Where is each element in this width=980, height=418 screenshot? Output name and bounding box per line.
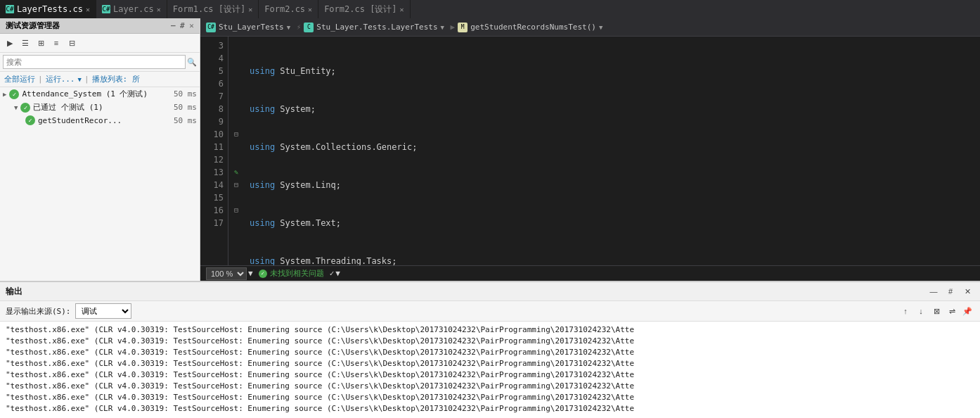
code-line-5: using System.Collections.Generic; [250,141,974,153]
tab-form2-design[interactable]: Form2.cs [设计] ✕ [318,0,411,18]
toolbar-settings-btn[interactable]: ⊟ [65,36,79,50]
passed-chevron: ▼ [14,104,18,111]
test-tree: ▶ Attendance_System (1 个测试) 50 ms ▼ 已通过 … [0,87,200,281]
root-time: 50 ms [174,89,197,99]
gutter-17 [230,217,243,229]
status-ok-label: 未找到相关问题 [270,268,324,279]
breadcrumb-right: M getStudentRecordsNumsTest() ▼ [458,23,606,32]
output-btn-3[interactable]: ✕ [960,284,974,298]
output-line-4: "testhost.x86.exe" (CLR v4.0.30319: Test… [6,369,974,381]
output-btn-1[interactable]: — [927,284,941,298]
root-chevron: ▶ [3,91,6,98]
output-line-2: "testhost.x86.exe" (CLR v4.0.30319: Test… [6,347,974,358]
check-icon: ✓ [330,269,335,278]
output-line-1: "testhost.x86.exe" (CLR v4.0.30319: Test… [6,336,974,347]
output-source-label: 显示输出来源(S): [6,306,71,317]
tree-passed-item[interactable]: ▼ 已通过 个测试 (1) 50 ms [0,101,200,114]
code-editor[interactable]: 3 4 5 6 7 8 9 10 11 12 13 14 15 16 17 [200,37,980,265]
code-line-7: using System.Text; [250,217,974,229]
output-up-btn[interactable]: ↑ [898,304,913,318]
ln-8: 8 [205,103,224,115]
tab-form1-design[interactable]: Form1.cs [设计] ✕ [167,0,259,18]
tab-layer[interactable]: C# Layer.cs ✕ [96,0,167,18]
search-input[interactable] [3,55,186,69]
gutter-4 [230,52,243,65]
ln-17: 17 [205,217,224,229]
output-panel: 输出 — # ✕ 显示输出来源(S): 调试 ↑ ↓ ⊠ ⇌ 📌 "testho… [0,281,980,418]
ln-14: 14 [205,179,224,191]
tab-close-layertests[interactable]: ✕ [86,6,90,13]
sidebar-title: 测试资源管理器 [6,20,60,31]
gutter-6 [230,77,243,90]
ln-12: 12 [205,153,224,166]
output-source-select[interactable]: 调试 [75,303,131,319]
code-content[interactable]: using Stu_Entity; using System; using Sy… [244,37,980,265]
breadcrumb-middle-dropdown[interactable]: ▼ [441,24,448,31]
line-numbers: 3 4 5 6 7 8 9 10 11 12 13 14 15 16 17 [200,37,228,265]
status-ok: ✓ 未找到相关问题 [259,268,324,279]
output-header: 输出 — # ✕ [0,282,980,301]
tab-form2[interactable]: Form2.cs ✕ [259,0,318,18]
output-source-row: 显示输出来源(S): 调试 ↑ ↓ ⊠ ⇌ 📌 [0,301,980,322]
ln-9: 9 [205,115,224,128]
gutter-16[interactable]: ⊟ [230,204,243,217]
tab-cs-icon: C# [6,5,14,13]
test-status-icon [25,115,35,125]
ln-3: 3 [205,39,224,52]
breadcrumb-arrow-1: ⚡ [297,23,302,32]
run-bar: 全部运行 | 运行... ▼ | 播放列表: 所 [0,72,200,87]
test-explorer-sidebar: 测试资源管理器 — # ✕ ▶ ☰ ⊞ ≡ ⊟ 🔍 全部运行 | 运行... ▼… [0,18,200,281]
run-link[interactable]: 运行... [46,74,75,84]
run-all-link[interactable]: 全部运行 [4,74,35,84]
run-arrow: ▼ [78,76,82,83]
root-status-icon [9,89,19,99]
ln-13: 13 [205,166,224,179]
gutter-13: ✎ [230,166,243,179]
toolbar-list-btn[interactable]: ☰ [18,36,32,50]
output-pin-btn[interactable]: 📌 [960,304,974,318]
gutter-10[interactable]: ⊟ [230,128,243,141]
test-time: 50 ms [174,116,197,125]
breadcrumb-middle-label: Stu_Layer.Tests.LayerTests [316,23,437,32]
gutter-3 [230,39,243,52]
ln-6: 6 [205,77,224,90]
output-down-btn[interactable]: ↓ [914,304,928,318]
gutter-11 [230,141,243,153]
tab-close-form2-design[interactable]: ✕ [400,6,404,13]
gutter-14[interactable]: ⊟ [230,179,243,191]
output-text[interactable]: "testhost.x86.exe" (CLR v4.0.30319: Test… [0,322,980,418]
sidebar-header: 测试资源管理器 — # ✕ [0,18,200,34]
breadcrumb-arrow-2: ▶ [451,23,456,32]
tree-root-item[interactable]: ▶ Attendance_System (1 个测试) 50 ms [0,87,200,101]
passed-label: 已通过 个测试 (1) [33,102,103,113]
toolbar-group-btn[interactable]: ⊞ [34,36,48,50]
status-ok-icon: ✓ [259,270,267,278]
output-clear-btn[interactable]: ⊠ [929,304,943,318]
breadcrumb-middle-icon: C [304,23,314,32]
tab-close-form2[interactable]: ✕ [308,6,312,13]
toolbar-run-all-btn[interactable]: ▶ [3,36,17,50]
tab-label-form2-design: Form2.cs [设计] [324,4,396,15]
breadcrumb-left: C# Stu_LayerTests ▼ [206,23,294,32]
toolbar-sort-btn[interactable]: ≡ [49,36,63,50]
output-wrap-btn[interactable]: ⇌ [945,304,959,318]
tab-close-layer[interactable]: ✕ [157,6,161,13]
zoom-dropdown[interactable]: 100 % [206,267,247,280]
tab-close-form1[interactable]: ✕ [248,6,252,13]
breadcrumb-left-dropdown[interactable]: ▼ [287,24,294,31]
ln-10: 10 [205,128,224,141]
breadcrumb-bar: C# Stu_LayerTests ▼ ⚡ C Stu_Layer.Tests.… [200,18,980,37]
gutter-12 [230,153,243,166]
gutter-7 [230,90,243,103]
tree-test-item[interactable]: getStudentRecor... 50 ms [0,114,200,127]
output-btn-2[interactable]: # [943,284,958,298]
tab-label-form2: Form2.cs [264,4,305,14]
output-title: 输出 [6,286,22,298]
breadcrumb-middle: C Stu_Layer.Tests.LayerTests ▼ [304,23,447,32]
tab-layer-tests[interactable]: C# LayerTests.cs ✕ [0,0,96,18]
breadcrumb-right-dropdown[interactable]: ▼ [599,24,606,31]
output-buttons: ↑ ↓ ⊠ ⇌ 📌 [898,304,974,318]
playlist-link[interactable]: 播放列表: 所 [92,74,140,84]
output-line-5: "testhost.x86.exe" (CLR v4.0.30319: Test… [6,381,974,392]
passed-time: 50 ms [174,103,197,112]
